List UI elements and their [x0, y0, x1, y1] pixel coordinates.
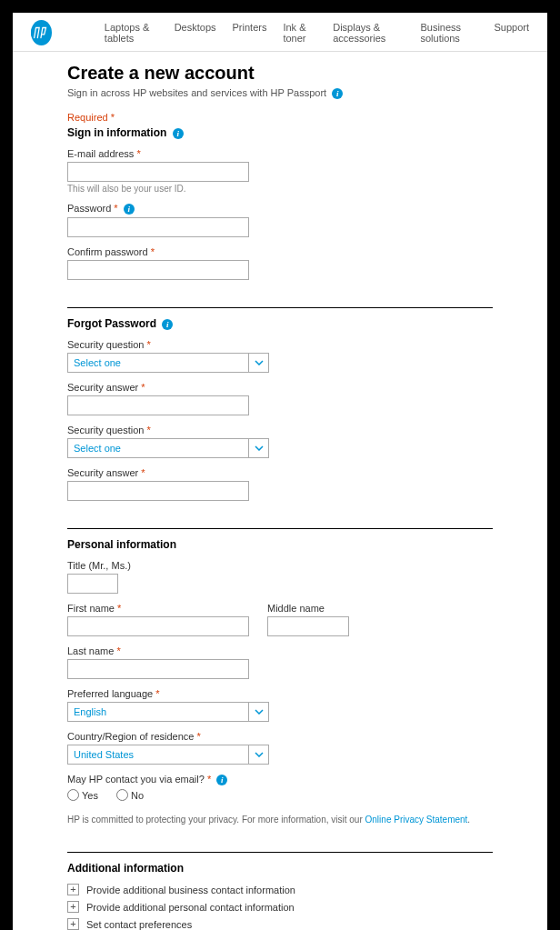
contact-yes-option[interactable]: Yes: [67, 789, 98, 801]
last-name-label: Last name: [67, 645, 114, 656]
nav-ink[interactable]: Ink & toner: [283, 22, 316, 44]
title-label: Title (Mr., Ms.): [67, 560, 493, 571]
password-label: Password: [67, 203, 111, 214]
nav-support[interactable]: Support: [494, 22, 529, 44]
info-icon[interactable]: i: [124, 204, 135, 215]
email-hint: This will also be your user ID.: [67, 184, 493, 194]
additional-heading: Additional information: [67, 862, 493, 875]
required-note: Required *: [67, 112, 493, 123]
nav-business[interactable]: Business solutions: [420, 22, 477, 44]
sa1-label: Security answer: [67, 382, 138, 393]
email-label: E-mail address: [67, 148, 134, 159]
nav-laptops[interactable]: Laptops & tablets: [105, 22, 158, 44]
info-icon[interactable]: i: [173, 128, 184, 139]
contact-no-radio[interactable]: [116, 789, 128, 801]
svg-point-0: [31, 23, 51, 43]
privacy-text: HP is committed to protecting your priva…: [67, 815, 365, 825]
middle-name-input[interactable]: [267, 616, 349, 636]
sa1-input[interactable]: [67, 395, 249, 415]
divider: [67, 528, 493, 529]
language-value: English: [68, 706, 248, 717]
country-select[interactable]: United States: [67, 745, 269, 765]
divider: [67, 307, 493, 308]
sq2-value: Select one: [68, 443, 248, 454]
country-value: United States: [68, 749, 248, 760]
language-label: Preferred language: [67, 688, 153, 699]
contact-no-option[interactable]: No: [116, 789, 144, 801]
expand-button[interactable]: +: [67, 901, 79, 913]
sq1-select[interactable]: Select one: [67, 353, 269, 373]
title-input[interactable]: [67, 574, 118, 594]
last-name-input[interactable]: [67, 659, 249, 679]
sq2-select[interactable]: Select one: [67, 438, 269, 458]
forgot-heading: Forgot Password: [67, 317, 156, 330]
personal-heading: Personal information: [67, 538, 493, 551]
chevron-down-icon: [248, 745, 268, 764]
page-subtitle: Sign in across HP websites and services …: [67, 87, 326, 98]
privacy-link[interactable]: Online Privacy Statement: [365, 815, 468, 825]
confirm-password-label: Confirm password: [67, 246, 148, 257]
country-label: Country/Region of residence: [67, 731, 194, 742]
chevron-down-icon: [248, 703, 268, 721]
top-nav: Laptops & tablets Desktops Printers Ink …: [13, 13, 547, 52]
expand-button[interactable]: +: [67, 884, 79, 895]
email-input[interactable]: [67, 162, 249, 182]
additional-item-business: Provide additional business contact info…: [86, 885, 295, 895]
contact-yes-radio[interactable]: [67, 789, 79, 801]
language-select[interactable]: English: [67, 702, 269, 722]
divider: [67, 852, 493, 853]
expand-button[interactable]: +: [67, 918, 79, 930]
confirm-password-input[interactable]: [67, 260, 249, 280]
signin-heading: Sign in information: [67, 126, 166, 139]
password-input[interactable]: [67, 217, 249, 237]
sa2-label: Security answer: [67, 467, 138, 478]
info-icon[interactable]: i: [162, 319, 173, 330]
additional-item-preferences: Set contact preferences: [86, 919, 192, 930]
sq2-label: Security question: [67, 425, 144, 435]
first-name-label: First name: [67, 603, 115, 614]
sq1-value: Select one: [68, 357, 248, 368]
info-icon[interactable]: i: [216, 775, 227, 785]
hp-logo[interactable]: [31, 20, 52, 45]
page-title: Create a new account: [67, 63, 493, 84]
info-icon[interactable]: i: [332, 88, 343, 99]
contact-label: May HP contact you via email?: [67, 774, 205, 785]
chevron-down-icon: [248, 354, 268, 372]
nav-printers[interactable]: Printers: [233, 22, 267, 44]
sq1-label: Security question: [67, 339, 144, 350]
first-name-input[interactable]: [67, 616, 249, 636]
nav-desktops[interactable]: Desktops: [175, 22, 216, 44]
nav-displays[interactable]: Displays & accessories: [333, 22, 404, 44]
sa2-input[interactable]: [67, 481, 249, 501]
middle-name-label: Middle name: [267, 603, 349, 614]
additional-item-personal: Provide additional personal contact info…: [86, 902, 295, 913]
chevron-down-icon: [248, 439, 268, 457]
